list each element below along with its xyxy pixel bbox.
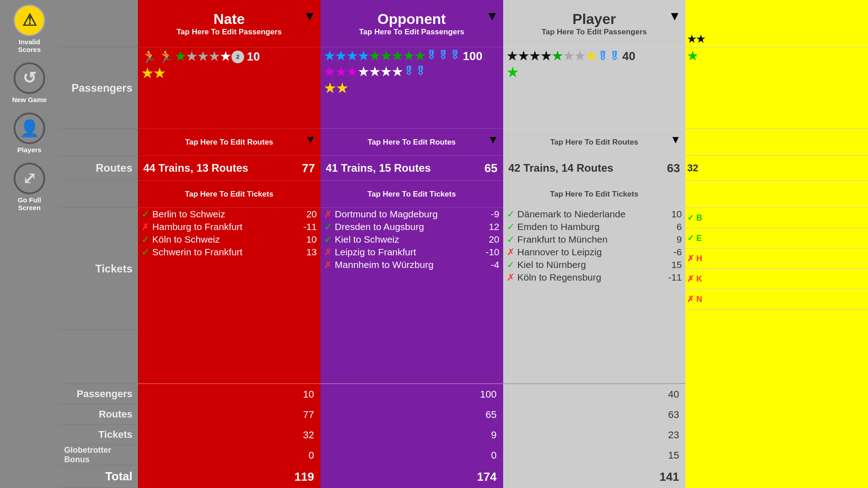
nate-passengers-score: 10 (247, 50, 260, 64)
nate-header[interactable]: Nate Tap Here To Edit Passengers ▼ (138, 0, 321, 47)
opponent-routes-dropdown[interactable]: ▼ (488, 133, 499, 146)
opponent-ticket-2: ✓ Dresden to Augsburg12 (324, 221, 500, 232)
invalid-scores-label: Invalid Scores (7, 38, 52, 53)
nate-routes-value: 44 Trains, 13 Routes 77 (138, 156, 321, 181)
player-tickets-header[interactable]: Tap Here To Edit Tickets (503, 181, 686, 208)
player-summary: 40 63 23 15 141 (503, 383, 686, 488)
label-sum-total: Total (59, 465, 138, 488)
player-passengers-dropdown[interactable]: ▼ (669, 9, 681, 23)
label-flex-spacer (59, 330, 138, 384)
person-icon: 👤 (14, 113, 45, 144)
label-spacer-name (59, 0, 138, 47)
nate-passengers-area: 🏃 🏃 ★ ★ ★ ★ ★ 2 10 ★ ★ (138, 47, 321, 129)
player-passengers-score: 40 (623, 49, 636, 63)
player-ticket-5: ✓ Kiel to Nürnberg15 (507, 259, 682, 270)
pl-sum-passengers: 40 (503, 384, 686, 404)
player-routes-dropdown[interactable]: ▼ (670, 133, 681, 146)
extra-ticket-4: ✗ K (685, 269, 868, 289)
player-ticket-4: ✗ Hannover to Leipzig-6 (507, 247, 682, 258)
invalid-scores-button[interactable]: ⚠ Invalid Scores (7, 5, 52, 53)
nate-tap-routes: Tap Here To Edit Routes (185, 138, 273, 147)
opp-sum-routes: 65 (321, 404, 503, 425)
nate-tickets-list: ✓ Berlin to Schweiz 20 ✗ Hamburg to Fran… (138, 208, 321, 260)
player-tap-passengers: Tap Here To Edit Passengers (542, 28, 647, 37)
opponent-ticket-4: ✗ Leipzig to Frankfurt-10 (324, 247, 500, 258)
nate-yellow-2: ★ (154, 66, 165, 81)
player-tap-routes: Tap Here To Edit Routes (550, 138, 638, 147)
label-tickets: Tickets (59, 208, 138, 330)
pl-sum-tickets: 23 (503, 425, 686, 445)
extra-meeple-1: ★★ (687, 33, 705, 45)
opponent-summary: 100 65 9 0 174 (321, 383, 503, 488)
player-spacer (503, 286, 686, 383)
opponent-tickets-list: ✗ Dortmund to Magdeburg-9 ✓ Dresden to A… (321, 208, 503, 273)
opponent-name: Opponent (377, 11, 446, 28)
player-routes-header[interactable]: Tap Here To Edit Routes ▼ (503, 129, 686, 156)
new-game-label: New Game (12, 96, 47, 103)
label-passengers: Passengers (59, 47, 138, 129)
opponent-tickets-header[interactable]: Tap Here To Edit Tickets (321, 181, 503, 208)
extra-ticket-3: ✗ H (685, 249, 868, 269)
nate-name: Nate (213, 11, 245, 28)
nate-routes-dropdown[interactable]: ▼ (305, 133, 316, 146)
opp-sum-globetrotter: 0 (321, 445, 503, 465)
nate-meeple-6: ★ (209, 50, 219, 64)
refresh-icon: ↺ (14, 62, 45, 94)
opponent-passengers-score: 100 (463, 49, 482, 63)
nate-tickets-header[interactable]: Tap Here To Edit Tickets (138, 181, 321, 208)
opponent-ticket-1: ✗ Dortmund to Magdeburg-9 (324, 209, 500, 220)
label-routes-hdr-spacer (59, 129, 138, 156)
label-sum-routes: Routes (59, 404, 138, 425)
player-routes-text: 42 Trains, 14 Routes (509, 162, 613, 174)
nate-tap-tickets: Tap Here To Edit Tickets (185, 190, 274, 199)
opponent-spacer (321, 273, 503, 383)
warning-icon: ⚠ (14, 5, 45, 36)
opponent-routes-score: 65 (485, 161, 498, 175)
nate-ticket-1-name: Berlin to Schweiz (152, 209, 225, 219)
sidebar: ⚠ Invalid Scores ↺ New Game 👤 Players ⤢ … (0, 0, 59, 488)
go-full-screen-button[interactable]: ⤢ Go Full Screen (7, 163, 52, 211)
nate-ticket-3-name: Köln to Schweiz (152, 234, 220, 244)
nate-yellow-1: ★ (142, 66, 153, 81)
nate-sum-routes: 77 (138, 404, 321, 425)
nate-sum-globetrotter: 0 (138, 445, 321, 465)
nate-meeple-7: ★ (220, 50, 231, 64)
player-ticket-6: ✗ Köln to Regensburg-11 (507, 272, 682, 283)
nate-meeple-2: 🏃 (158, 49, 174, 64)
extra-ticket-2: ✓ E (685, 228, 868, 249)
new-game-button[interactable]: ↺ New Game (7, 62, 52, 103)
opponent-column: Opponent Tap Here To Edit Passengers ▼ ★… (321, 0, 503, 488)
players-button[interactable]: 👤 Players (7, 113, 52, 154)
nate-routes-text: 44 Trains, 13 Routes (143, 162, 248, 174)
player-ticket-2: ✓ Emden to Hamburg6 (507, 221, 682, 232)
opponent-passengers-dropdown[interactable]: ▼ (486, 9, 499, 23)
players-label: Players (17, 146, 41, 154)
player-passengers-area: ★ ★ ★ ★ ★ ★ ★ ★ 🎖 🎖 40 ★ (503, 47, 686, 129)
player-ticket-1: ✓ Dänemark to Niederlande10 (507, 209, 682, 220)
extra-routes-score: 32 (685, 156, 868, 181)
opponent-passengers-area: ★ ★ ★ ★ ★ ★ ★ ★ ★ 🎖 🎖 🎖 100 ★ ★ ★ ★ ★ (321, 47, 503, 129)
player-tickets-list: ✓ Dänemark to Niederlande10 ✓ Emden to H… (503, 208, 686, 286)
player-ticket-3: ✓ Frankfurt to München9 (507, 234, 682, 245)
nate-sum-total: 119 (138, 465, 321, 488)
opp-sum-total: 174 (321, 465, 503, 488)
nate-meeple-5: ★ (198, 50, 208, 64)
nate-sum-tickets: 32 (138, 425, 321, 445)
opponent-ticket-5: ✗ Mannheim to Würzburg-4 (324, 259, 500, 270)
opp-sum-tickets: 9 (321, 425, 503, 445)
nate-ticket-3: ✓ Köln to Schweiz 10 (142, 234, 317, 245)
opponent-routes-header[interactable]: Tap Here To Edit Routes ▼ (321, 129, 503, 156)
opponent-header[interactable]: Opponent Tap Here To Edit Passengers ▼ (321, 0, 503, 47)
label-tickets-hdr-spacer (59, 181, 138, 208)
player-header[interactable]: Player Tap Here To Edit Passengers ▼ (503, 0, 686, 47)
nate-ticket-4: ✓ Schwerin to Frankfurt 13 (142, 247, 317, 258)
nate-meeple-4: ★ (186, 50, 197, 64)
nate-passengers-dropdown[interactable]: ▼ (303, 9, 316, 23)
nate-sum-passengers: 10 (138, 384, 321, 404)
label-sum-tickets: Tickets (59, 425, 138, 445)
nate-badge: 2 (231, 51, 244, 63)
nate-column: Nate Tap Here To Edit Passengers ▼ 🏃 🏃 ★… (138, 0, 321, 488)
go-full-screen-label: Go Full Screen (7, 196, 52, 211)
nate-routes-header[interactable]: Tap Here To Edit Routes ▼ (138, 129, 321, 156)
nate-meeple-1: 🏃 (142, 49, 157, 64)
